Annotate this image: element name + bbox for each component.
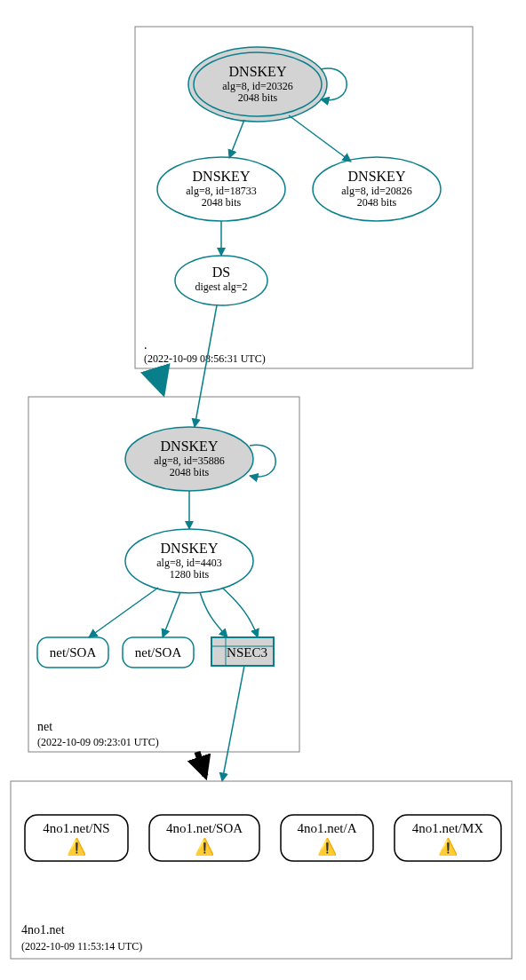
svg-text:DNSKEY: DNSKEY (161, 541, 219, 556)
node-target-mx: 4no1.net/MX ⚠️ (394, 815, 501, 861)
warning-icon: ⚠️ (195, 837, 215, 857)
svg-rect-34 (11, 781, 512, 959)
edge-rootksk-rootzsk (229, 120, 244, 158)
svg-text:DNSKEY: DNSKEY (161, 439, 219, 454)
svg-text:2048 bits: 2048 bits (170, 466, 210, 478)
zone-net-timestamp: (2022-10-09 09:23:01 UTC) (37, 736, 159, 748)
node-target-ns: 4no1.net/NS ⚠️ (25, 815, 128, 861)
warning-icon: ⚠️ (67, 837, 87, 857)
edge-root-to-net-zone (155, 368, 163, 391)
svg-text:1280 bits: 1280 bits (170, 568, 210, 581)
node-root-zsk: DNSKEY alg=8, id=18733 2048 bits (157, 157, 285, 221)
edge-netzsk-soa2 (163, 592, 180, 637)
edge-netzsk-nsec3b (222, 588, 258, 637)
node-net-zsk: DNSKEY alg=8, id=4403 1280 bits (125, 529, 253, 593)
zone-target-timestamp: (2022-10-09 11:53:14 UTC) (21, 940, 142, 952)
node-root-ds: DS digest alg=2 (175, 256, 267, 305)
svg-text:4no1.net/NS: 4no1.net/NS (43, 821, 109, 835)
svg-text:alg=8, id=18733: alg=8, id=18733 (186, 185, 257, 197)
svg-text:alg=8, id=20826: alg=8, id=20826 (341, 185, 412, 197)
node-net-soa1: net/SOA (37, 637, 108, 668)
svg-text:2048 bits: 2048 bits (202, 196, 242, 209)
svg-text:4no1.net/MX: 4no1.net/MX (412, 821, 484, 835)
node-target-a: 4no1.net/A ⚠️ (281, 815, 373, 861)
edge-netzsk-soa1 (89, 588, 158, 637)
edge-ds-netksk (195, 305, 217, 427)
svg-text:net/SOA: net/SOA (50, 645, 97, 660)
node-target-soa: 4no1.net/SOA ⚠️ (149, 815, 259, 861)
svg-text:alg=8, id=35886: alg=8, id=35886 (154, 454, 225, 467)
warning-icon: ⚠️ (438, 837, 458, 857)
node-net-soa2: net/SOA (123, 637, 194, 668)
svg-text:DNSKEY: DNSKEY (193, 169, 251, 184)
zone-root-label: . (144, 338, 147, 352)
node-root-dnskey3: DNSKEY alg=8, id=20826 2048 bits (313, 157, 441, 221)
svg-text:net/SOA: net/SOA (135, 645, 182, 660)
node-net-nsec3: NSEC3 (211, 637, 274, 666)
edge-net-to-target-zone (197, 752, 205, 776)
svg-text:alg=8, id=4403: alg=8, id=4403 (156, 557, 222, 569)
svg-text:DNSKEY: DNSKEY (229, 64, 287, 79)
edge-rootksk-dnskey3 (289, 115, 351, 162)
svg-text:NSEC3: NSEC3 (227, 645, 267, 660)
svg-text:2048 bits: 2048 bits (238, 91, 278, 104)
zone-net-label: net (37, 720, 52, 733)
zone-root-timestamp: (2022-10-09 08:56:31 UTC) (144, 352, 266, 365)
node-net-ksk: DNSKEY alg=8, id=35886 2048 bits (125, 427, 253, 491)
svg-text:DS: DS (212, 265, 230, 280)
svg-text:alg=8, id=20326: alg=8, id=20326 (222, 80, 293, 92)
edge-nsec3-target (222, 666, 244, 781)
svg-text:DNSKEY: DNSKEY (348, 169, 406, 184)
svg-text:4no1.net/SOA: 4no1.net/SOA (166, 821, 243, 835)
svg-text:digest alg=2: digest alg=2 (195, 281, 247, 293)
svg-text:4no1.net/A: 4no1.net/A (297, 821, 356, 835)
zone-target-label: 4no1.net (21, 923, 65, 937)
zone-target: 4no1.net (2022-10-09 11:53:14 UTC) (11, 781, 512, 959)
svg-text:2048 bits: 2048 bits (357, 196, 397, 209)
edge-netzsk-nsec3a (200, 592, 227, 637)
warning-icon: ⚠️ (317, 837, 338, 857)
node-root-ksk: DNSKEY alg=8, id=20326 2048 bits (188, 47, 327, 122)
